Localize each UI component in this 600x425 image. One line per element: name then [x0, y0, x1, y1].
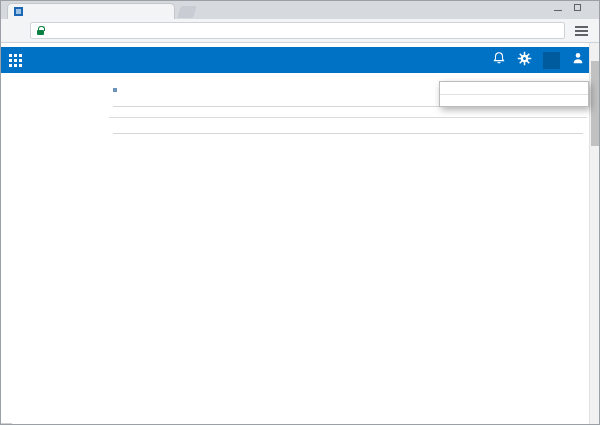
settings-gear-icon[interactable] [517, 51, 532, 70]
suite-icons [492, 51, 585, 70]
scrollbar-thumb[interactable] [591, 61, 599, 146]
col-header-type [256, 127, 346, 134]
default-checkmark-icon [431, 107, 583, 113]
square-bullet-icon [113, 88, 117, 92]
menu-item-office365-settings[interactable] [440, 84, 588, 92]
office365-suite-bar [1, 47, 599, 73]
notifications-bell-icon[interactable] [492, 51, 506, 69]
menu-divider [440, 94, 588, 95]
help-button[interactable] [543, 52, 560, 69]
browser-tab-bar [1, 1, 599, 19]
col-header-name [113, 127, 256, 134]
tab-favicon-icon [14, 7, 23, 16]
section-divider [109, 117, 587, 118]
browser-toolbar [1, 19, 599, 43]
window-minimize-button[interactable] [554, 10, 562, 11]
window-controls [554, 4, 593, 11]
https-padlock-icon [37, 30, 44, 35]
address-bar[interactable] [30, 22, 565, 39]
visible-checkmark-icon [256, 107, 431, 113]
vertical-scrollbar[interactable] [589, 43, 599, 425]
browser-window [0, 0, 600, 425]
ct-header-content-type [113, 100, 256, 107]
browser-tab[interactable] [7, 3, 175, 19]
app-launcher-icon[interactable] [1, 47, 29, 73]
list-settings-page [1, 73, 589, 425]
page-viewport [1, 43, 599, 425]
col-header-usedin [346, 127, 583, 134]
user-profile-icon[interactable] [571, 51, 585, 69]
window-maximize-button[interactable] [574, 4, 581, 11]
settings-dropdown-menu [439, 81, 589, 107]
new-tab-button[interactable] [177, 6, 197, 18]
browser-menu-icon[interactable] [575, 30, 588, 32]
ct-header-visible [256, 100, 431, 107]
columns-table [113, 127, 583, 134]
menu-group-label [440, 97, 588, 102]
